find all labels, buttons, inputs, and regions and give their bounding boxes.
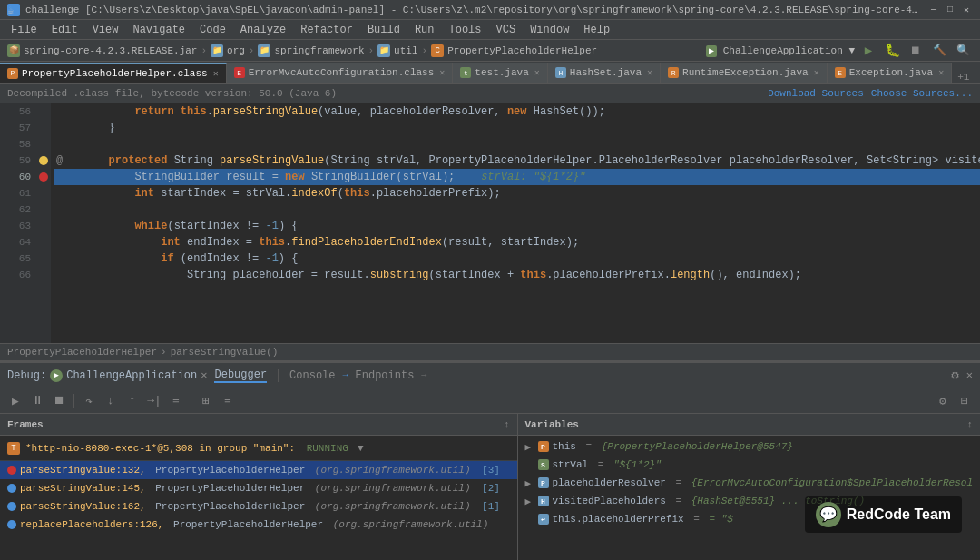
frame-method-3: replacePlaceholders:126,	[20, 519, 163, 530]
code-line-57: }	[54, 120, 980, 136]
debug-toolbar-eval[interactable]: ≡	[166, 391, 186, 411]
endpoints-arrow[interactable]: →	[421, 370, 426, 380]
debug-app-close[interactable]: ✕	[201, 368, 207, 382]
frame-num-2: [1]	[476, 501, 500, 512]
debug-toolbar-settings[interactable]: ⚙	[933, 391, 953, 411]
menu-edit[interactable]: Edit	[44, 20, 85, 39]
line-num-58: 58	[19, 136, 31, 152]
tab-propertyplaceholderhelper[interactable]: P PropertyPlaceholderHelper.class ✕	[0, 63, 227, 83]
tab-hashset[interactable]: H HashSet.java ✕	[548, 63, 661, 83]
debug-toolbar-frames[interactable]: ⊞	[196, 391, 216, 411]
close-button[interactable]: ✕	[960, 4, 973, 16]
debug-toolbar-stop[interactable]: ⏹	[49, 391, 69, 411]
stop-button[interactable]: ⏹	[906, 43, 926, 59]
tabs-more[interactable]: +1	[952, 72, 975, 83]
search-button[interactable]: 🔍	[953, 43, 973, 59]
code-content[interactable]: return this.parseStringValue(value, plac…	[51, 103, 980, 343]
var-name-strval: strVal	[553, 459, 589, 470]
debug-settings-button[interactable]: ⚙	[951, 368, 958, 383]
debug-toolbar-filter[interactable]: ≡	[218, 391, 238, 411]
menu-refactor[interactable]: Refactor	[293, 20, 360, 39]
frames-list: parseStringValue:132, PropertyPlaceholde…	[0, 461, 517, 560]
frame-item-2[interactable]: parseStringValue:162, PropertyPlaceholde…	[0, 497, 517, 516]
var-icon-pp: ↩	[538, 514, 549, 525]
var-name-pr: placeholderResolver	[553, 477, 666, 488]
frames-expand[interactable]: ↕	[504, 419, 510, 430]
menu-view[interactable]: View	[85, 20, 126, 39]
vars-expand[interactable]: ↕	[966, 419, 973, 430]
var-placeholder-resolver[interactable]: ▶ P placeholderResolver = {ErrorMvcAutoC…	[518, 474, 981, 492]
tab-close-ph[interactable]: ✕	[213, 68, 219, 79]
code-line-60: StringBuilder result = new StringBuilder…	[54, 169, 980, 185]
tab-test[interactable]: t test.java ✕	[453, 63, 547, 83]
menu-vcs[interactable]: VCS	[489, 20, 524, 39]
var-arrow-this: ▶	[525, 441, 534, 453]
tab-close-err[interactable]: ✕	[439, 67, 445, 78]
app-selector[interactable]: ▶ ChallengeApplication ▼	[706, 45, 855, 56]
run-button[interactable]: ▶	[858, 43, 878, 59]
tab-icon-hash: H	[555, 67, 566, 78]
console-arrow[interactable]: →	[343, 370, 348, 380]
frame-item-0[interactable]: parseStringValue:132, PropertyPlaceholde…	[0, 461, 517, 479]
debug-toolbar-resume[interactable]: ▶	[5, 391, 25, 411]
breakpoint-warning-icon[interactable]	[39, 156, 48, 165]
debug-frames-panel: Frames ↕ T *http-nio-8080-exec-1*@5,308 …	[0, 414, 518, 560]
debug-tab-endpoints[interactable]: Endpoints	[356, 369, 415, 382]
menu-run[interactable]: Run	[407, 20, 442, 39]
tab-label-ph: PropertyPlaceholderHelper.class	[22, 68, 208, 79]
debug-button[interactable]: 🐛	[882, 43, 902, 59]
menu-build[interactable]: Build	[360, 20, 407, 39]
debug-toolbar-runtocursor[interactable]: →|	[144, 391, 164, 411]
menu-navigate[interactable]: Navigate	[125, 20, 192, 39]
debug-toolbar-stepinto[interactable]: ↓	[101, 391, 121, 411]
gutter-59	[39, 152, 48, 169]
menu-analyze[interactable]: Analyze	[233, 20, 293, 39]
breakpoint-icon[interactable]	[39, 172, 48, 182]
watermark: 💬 RedCode Team	[805, 496, 962, 533]
tab-errormvc[interactable]: E ErrorMvcAutoConfiguration.class ✕	[227, 63, 454, 83]
frame-class-3: PropertyPlaceholderHelper	[167, 519, 323, 530]
download-sources-link[interactable]: Download Sources	[768, 88, 864, 99]
tab-close-test[interactable]: ✕	[534, 67, 540, 78]
debug-toolbar-stepover[interactable]: ↷	[79, 391, 99, 411]
minimize-button[interactable]: —	[927, 4, 940, 16]
tab-exception[interactable]: E Exception.java ✕	[828, 63, 952, 83]
debug-tab-console[interactable]: Console	[289, 369, 335, 382]
thread-dropdown[interactable]: ▼	[358, 443, 364, 454]
window-controls: — □ ✕	[927, 4, 973, 16]
vars-title: Variables	[525, 419, 579, 430]
debug-close-button[interactable]: ✕	[966, 368, 973, 382]
menu-file[interactable]: File	[4, 20, 44, 39]
tab-runtimeexception[interactable]: R RuntimeException.java ✕	[661, 63, 828, 83]
tab-close-hash[interactable]: ✕	[647, 67, 652, 78]
tab-icon-err: E	[234, 67, 245, 78]
maximize-button[interactable]: □	[944, 4, 956, 16]
menu-window[interactable]: Window	[523, 20, 576, 39]
breadcrumb-class: PropertyPlaceholderHelper	[447, 45, 597, 56]
var-this[interactable]: ▶ P this = {PropertyPlaceholderHelper@55…	[518, 437, 981, 456]
frame-item-3[interactable]: replacePlaceholders:126, PropertyPlaceho…	[0, 516, 517, 534]
code-editor: 56 57 58 59 60 61 62 63 64 65 66 return	[0, 103, 980, 343]
var-strval[interactable]: S strVal = "${1*2}"	[518, 456, 981, 474]
debug-tab-debugger[interactable]: Debugger	[214, 368, 267, 383]
debug-toolbar-layout[interactable]: ⊟	[955, 391, 975, 411]
debug-toolbar-pause[interactable]: ⏸	[27, 391, 47, 411]
debug-toolbar-stepout[interactable]: ↑	[122, 391, 142, 411]
frame-item-1[interactable]: parseStringValue:145, PropertyPlaceholde…	[0, 479, 517, 497]
thread-item[interactable]: T *http-nio-8080-exec-1*@5,308 in group …	[0, 436, 517, 461]
menu-help[interactable]: Help	[576, 20, 617, 39]
var-icon-this: P	[538, 441, 549, 452]
menu-tools[interactable]: Tools	[442, 20, 489, 39]
breadcrumb-sep1: ›	[201, 45, 207, 56]
line-num-62: 62	[19, 201, 31, 218]
choose-sources-link[interactable]: Choose Sources...	[871, 88, 973, 99]
line-num-63: 63	[19, 218, 31, 234]
build-button[interactable]: 🔨	[929, 43, 949, 59]
tab-close-exc[interactable]: ✕	[938, 67, 944, 78]
frame-method-2: parseStringValue:162,	[20, 501, 146, 512]
app-dropdown[interactable]: ▼	[848, 45, 855, 56]
debug-title-bar: Debug: ▶ ChallengeApplication ✕ Debugger…	[0, 363, 980, 388]
menu-code[interactable]: Code	[192, 20, 233, 39]
frame-icon-0	[7, 466, 16, 475]
tab-close-rex[interactable]: ✕	[814, 67, 819, 78]
